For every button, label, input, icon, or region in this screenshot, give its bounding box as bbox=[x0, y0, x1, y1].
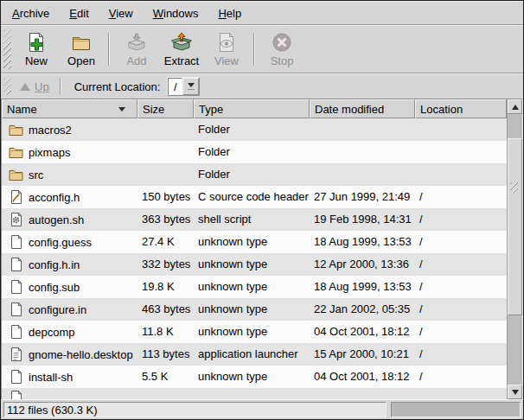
scroll-down-button[interactable] bbox=[508, 385, 522, 399]
vertical-scrollbar[interactable] bbox=[507, 99, 522, 399]
file-name: acconfig.h bbox=[29, 191, 80, 204]
menu-bar: Archive Edit View Windows Help bbox=[1, 1, 523, 24]
table-row[interactable]: install-sh 5.5 K unknown type 04 Oct 200… bbox=[2, 366, 507, 388]
view-file-icon bbox=[216, 32, 237, 53]
open-archive-icon bbox=[71, 32, 92, 53]
document-icon bbox=[8, 258, 23, 271]
name-cell: configure.in bbox=[2, 298, 137, 321]
location-cell: / bbox=[415, 298, 507, 321]
extract-button[interactable]: Extract bbox=[159, 29, 204, 70]
toolbar-separator bbox=[108, 33, 110, 66]
file-name: src bbox=[29, 169, 43, 181]
scrollbar-thumb[interactable] bbox=[508, 138, 522, 315]
table-row[interactable]: config.h.in 332 bytes unknown type 12 Ap… bbox=[2, 253, 507, 276]
table-row[interactable]: configure.in 463 bytes unknown type 22 J… bbox=[2, 298, 507, 321]
table-row[interactable]: pixmaps Folder bbox=[2, 141, 507, 163]
menu-edit[interactable]: Edit bbox=[63, 4, 94, 22]
sort-down-icon bbox=[118, 107, 125, 111]
table-row[interactable]: src Folder bbox=[2, 163, 507, 186]
date-cell: 27 Jun 1999, 21:49 bbox=[310, 186, 415, 208]
name-cell: config.sub bbox=[2, 276, 137, 298]
file-list: Name Size Type Date modified Location ma… bbox=[1, 99, 523, 400]
table-row[interactable]: depcomp 11.8 K unknown type 04 Oct 2001,… bbox=[2, 321, 507, 343]
name-cell bbox=[2, 388, 137, 399]
folder-icon bbox=[8, 169, 23, 181]
type-cell: shell script bbox=[194, 208, 310, 231]
table-row[interactable]: acconfig.h 150 bytes C source code heade… bbox=[2, 186, 507, 208]
name-header-label: Name bbox=[7, 103, 37, 116]
open-label: Open bbox=[67, 54, 95, 67]
table-row[interactable]: autogen.sh 363 bytes shell script 19 Feb… bbox=[2, 208, 507, 231]
table-row[interactable]: config.guess 27.4 K unknown type 18 Aug … bbox=[2, 231, 507, 253]
location-cell: / bbox=[415, 321, 507, 343]
name-cell: pixmaps bbox=[2, 141, 137, 163]
file-name: config.guess bbox=[29, 236, 92, 249]
scroll-up-button[interactable] bbox=[508, 99, 522, 114]
open-button[interactable]: Open bbox=[59, 29, 104, 70]
name-cell: install-sh bbox=[2, 366, 137, 388]
menu-help[interactable]: Help bbox=[212, 4, 247, 22]
type-cell: Folder bbox=[194, 141, 310, 163]
table-body: macros2 Folder pixmaps Folder bbox=[2, 118, 507, 399]
type-cell: unknown type bbox=[194, 366, 310, 388]
status-text: 112 files (630.3 K) bbox=[3, 402, 387, 417]
menu-view[interactable]: View bbox=[103, 4, 139, 22]
toolbar-drag-handle[interactable] bbox=[3, 29, 11, 69]
date-cell: 04 Oct 2001, 18:12 bbox=[310, 366, 415, 388]
file-name: configure.in bbox=[29, 303, 86, 316]
add-files-icon bbox=[126, 32, 147, 53]
type-cell: unknown type bbox=[194, 253, 310, 276]
size-cell: 332 bytes bbox=[137, 253, 194, 276]
size-cell: 27.4 K bbox=[137, 231, 194, 253]
location-cell: / bbox=[415, 186, 507, 208]
location-bar: Up Current Location: / bbox=[1, 74, 523, 99]
document-icon bbox=[8, 235, 23, 249]
file-name: config.sub bbox=[29, 281, 80, 294]
date-cell bbox=[310, 163, 415, 186]
column-header-date-modified[interactable]: Date modified bbox=[310, 99, 415, 118]
new-label: New bbox=[25, 54, 48, 67]
progress-bar bbox=[391, 402, 521, 417]
date-cell: 18 Aug 1999, 13:53 bbox=[310, 231, 415, 253]
type-cell: unknown type bbox=[194, 276, 310, 298]
date-cell bbox=[310, 141, 415, 163]
column-header-size[interactable]: Size bbox=[137, 99, 194, 118]
size-cell bbox=[137, 118, 194, 141]
table-row[interactable]: gnome-hello.desktop 113 bytes applicatio… bbox=[2, 343, 507, 366]
size-cell: 5.5 K bbox=[137, 366, 194, 388]
table-row-partial[interactable] bbox=[2, 388, 507, 399]
table-row[interactable]: config.sub 19.8 K unknown type 18 Aug 19… bbox=[2, 276, 507, 298]
name-cell: config.h.in bbox=[2, 253, 137, 276]
size-cell: 150 bytes bbox=[137, 186, 194, 208]
location-dropdown-button[interactable] bbox=[182, 78, 199, 95]
view-label: View bbox=[214, 54, 239, 67]
location-bar-drag-handle[interactable] bbox=[3, 78, 11, 95]
size-cell: 463 bytes bbox=[137, 298, 194, 321]
location-cell: / bbox=[415, 343, 507, 366]
date-cell bbox=[310, 118, 415, 141]
location-cell bbox=[415, 118, 507, 141]
file-name: depcomp bbox=[29, 326, 74, 339]
new-archive-icon bbox=[26, 32, 47, 53]
up-button: Up bbox=[14, 79, 55, 95]
location-entry[interactable]: / bbox=[168, 78, 182, 95]
type-cell: unknown type bbox=[194, 321, 310, 343]
menu-archive[interactable]: Archive bbox=[6, 4, 55, 22]
file-name: autogen.sh bbox=[29, 213, 84, 226]
column-header-location[interactable]: Location bbox=[415, 99, 507, 118]
table-row[interactable]: macros2 Folder bbox=[2, 118, 507, 141]
file-name: pixmaps bbox=[29, 146, 70, 159]
file-name: macros2 bbox=[29, 124, 72, 137]
location-bar-separator bbox=[60, 78, 61, 95]
column-header-name[interactable]: Name bbox=[2, 99, 137, 118]
view-button: View bbox=[204, 29, 249, 70]
size-cell: 113 bytes bbox=[137, 343, 194, 366]
stop-button: Stop bbox=[259, 29, 304, 70]
c-source-file-icon bbox=[8, 190, 23, 204]
stop-label: Stop bbox=[271, 54, 294, 67]
name-cell: macros2 bbox=[2, 118, 137, 141]
new-button[interactable]: New bbox=[14, 29, 59, 70]
column-header-type[interactable]: Type bbox=[194, 99, 310, 118]
location-cell: / bbox=[415, 253, 507, 276]
menu-windows[interactable]: Windows bbox=[147, 4, 205, 22]
